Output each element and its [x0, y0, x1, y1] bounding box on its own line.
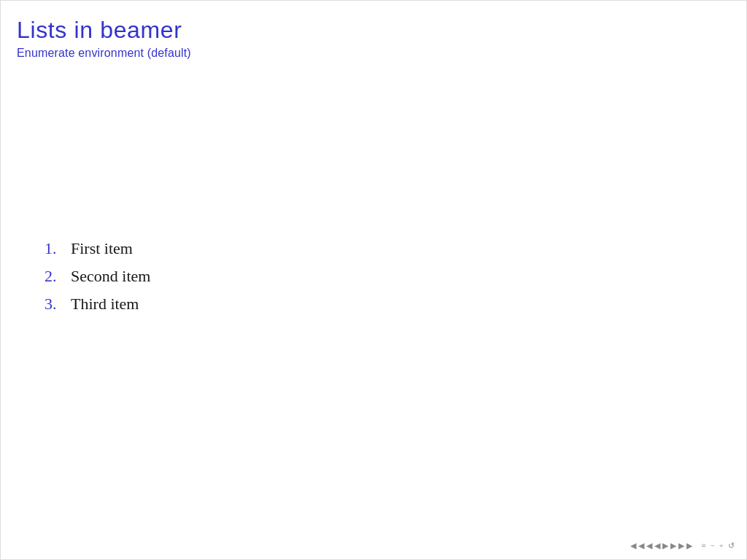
list-item: 2.Second item	[44, 267, 150, 286]
nav-first-icon[interactable]: ◀	[630, 541, 636, 551]
slide: Lists in beamer Enumerate environment (d…	[0, 0, 747, 560]
menu-icon[interactable]: ≡	[701, 541, 705, 550]
list-item-number: 3.	[44, 295, 65, 314]
slide-content: 1.First item2.Second item3.Third item	[1, 60, 746, 559]
nav-section-prev-icon[interactable]: ◀	[646, 541, 652, 551]
list-item-number: 1.	[44, 239, 65, 258]
nav-last-icon[interactable]: ▶	[686, 541, 692, 551]
zoom-in-icon[interactable]: +	[719, 541, 724, 550]
list-item: 3.Third item	[44, 295, 150, 314]
nav-subsection-prev-icon[interactable]: ◀	[654, 541, 660, 551]
slide-header: Lists in beamer Enumerate environment (d…	[1, 1, 746, 60]
slide-subtitle: Enumerate environment (default)	[17, 47, 730, 60]
nav-section-next-icon[interactable]: ▶	[670, 541, 676, 551]
footer-controls: ≡ − + ↺	[701, 541, 735, 551]
list-item-number: 2.	[44, 267, 65, 286]
zoom-out-icon[interactable]: −	[711, 541, 715, 550]
footer-nav: ◀ ◀ ◀ ◀ ▶ ▶ ▶ ▶	[630, 541, 692, 551]
list-item-text: Third item	[71, 295, 139, 314]
list-item: 1.First item	[44, 239, 150, 258]
enumerate-list: 1.First item2.Second item3.Third item	[44, 239, 150, 322]
slide-title: Lists in beamer	[17, 17, 730, 44]
list-item-text: Second item	[71, 267, 150, 286]
nav-prev-icon[interactable]: ◀	[638, 541, 644, 551]
refresh-icon[interactable]: ↺	[728, 541, 735, 551]
nav-subsection-next-icon[interactable]: ▶	[662, 541, 668, 551]
list-item-text: First item	[71, 239, 133, 258]
slide-footer: ◀ ◀ ◀ ◀ ▶ ▶ ▶ ▶ ≡ − + ↺	[1, 532, 746, 559]
nav-next-icon[interactable]: ▶	[678, 541, 684, 551]
